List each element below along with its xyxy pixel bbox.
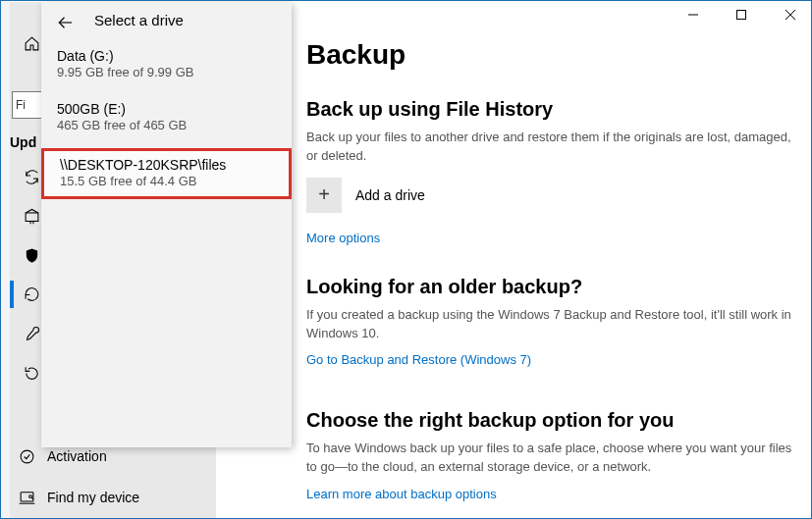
- backup-restore-link[interactable]: Go to Backup and Restore (Windows 7): [306, 352, 531, 367]
- title-bar: [671, 0, 812, 29]
- svg-rect-4: [26, 212, 38, 221]
- section-body: If you created a backup using the Window…: [306, 306, 800, 343]
- add-drive-row[interactable]: + Add a drive: [306, 178, 800, 213]
- section-heading: Looking for an older backup?: [306, 276, 800, 298]
- find-placeholder-fragment: Fi: [16, 98, 26, 112]
- svg-point-8: [28, 494, 31, 497]
- drive-subtext: 9.95 GB free of 9.99 GB: [57, 65, 276, 79]
- maximize-button[interactable]: [720, 0, 764, 29]
- section-heading: Back up using File History: [306, 98, 800, 121]
- section-body: Back up your files to another drive and …: [306, 129, 800, 166]
- drive-name: \\DESKTOP-120KSRP\files: [60, 157, 273, 173]
- section-heading: Choose the right backup option for you: [306, 409, 800, 432]
- sidebar-item-label: Find my device: [47, 490, 139, 505]
- drive-option[interactable]: 500GB (E:) 465 GB free of 465 GB: [41, 95, 292, 140]
- sidebar-bottom: Activation Find my device: [10, 436, 216, 518]
- sidebar-item-label: Activation: [47, 448, 107, 464]
- back-button[interactable]: [51, 8, 81, 37]
- plus-icon: +: [306, 178, 342, 213]
- drive-subtext: 465 GB free of 465 GB: [57, 118, 276, 132]
- section-older-backup: Looking for an older backup? If you crea…: [306, 276, 800, 369]
- learn-more-link[interactable]: Learn more about backup options: [306, 487, 497, 501]
- more-options-link[interactable]: More options: [306, 231, 380, 245]
- sidebar-item-find-my-device[interactable]: Find my device: [10, 477, 216, 518]
- minimize-button[interactable]: [671, 0, 715, 29]
- main-content: Backup Back up using File History Back u…: [306, 39, 800, 517]
- section-body: To have Windows back up your files to a …: [306, 440, 800, 477]
- find-device-icon: [18, 489, 35, 506]
- drive-option-highlighted[interactable]: \\DESKTOP-120KSRP\files 15.5 GB free of …: [41, 148, 292, 199]
- section-file-history: Back up using File History Back up your …: [306, 98, 800, 246]
- drive-subtext: 15.5 GB free of 44.4 GB: [60, 174, 273, 188]
- close-button[interactable]: [768, 0, 812, 29]
- svg-rect-1: [737, 11, 746, 20]
- select-drive-flyout: Select a drive Data (G:) 9.95 GB free of…: [41, 2, 292, 447]
- drive-option[interactable]: Data (G:) 9.95 GB free of 9.99 GB: [41, 42, 292, 87]
- svg-point-5: [21, 450, 33, 463]
- drive-name: Data (G:): [57, 48, 276, 64]
- drive-name: 500GB (E:): [57, 101, 276, 117]
- section-choose-backup: Choose the right backup option for you T…: [306, 409, 800, 502]
- activation-icon: [18, 447, 35, 465]
- add-drive-label: Add a drive: [355, 187, 425, 203]
- page-title: Backup: [306, 39, 800, 71]
